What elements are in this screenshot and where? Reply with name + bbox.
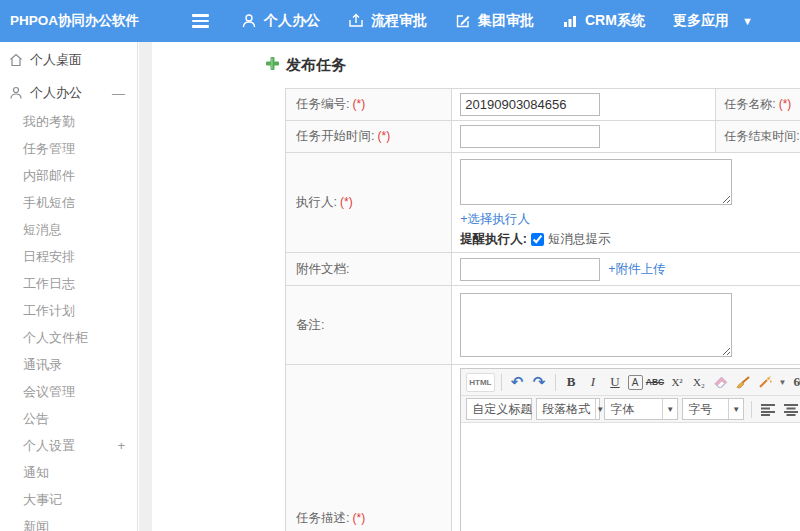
- top-nav: 个人办公 流程审批 集团审批 CRM系统 更多应用 ▼: [241, 12, 753, 30]
- nav-crm-system[interactable]: CRM系统: [562, 12, 645, 30]
- format-painter-brush-icon[interactable]: [734, 373, 753, 392]
- workflow-upload-icon: [348, 13, 364, 29]
- caret-down-icon: ▼: [662, 399, 677, 419]
- executor-label: 执行人:(*): [286, 153, 452, 253]
- editor-toolbar-row1: HTML ↶ ↷ B I U A ABC X² X₂: [461, 369, 800, 396]
- page-title: 发布任务: [286, 56, 346, 75]
- sidebar-item-work-plan[interactable]: 工作计划: [0, 297, 137, 324]
- superscript-button[interactable]: X²: [668, 373, 687, 392]
- task-no-label: 任务编号:(*): [286, 89, 452, 121]
- paragraph-format-select[interactable]: 段落格式▼: [536, 398, 600, 420]
- plus-icon: [265, 56, 280, 75]
- sidebar-item-milestones[interactable]: 大事记: [0, 486, 137, 513]
- attachment-upload-link[interactable]: +附件上传: [608, 261, 665, 278]
- nav-group-approval[interactable]: 集团审批: [455, 12, 534, 30]
- align-center-icon[interactable]: [782, 400, 800, 419]
- align-left-icon[interactable]: [759, 400, 778, 419]
- start-time-input[interactable]: [460, 125, 600, 148]
- sidebar-gutter: [139, 42, 152, 531]
- bold-button[interactable]: B: [562, 373, 581, 392]
- sidebar-item-task-management[interactable]: 任务管理: [0, 135, 137, 162]
- editor-content-area[interactable]: [461, 423, 800, 531]
- sidebar-item-internal-mail[interactable]: 内部邮件: [0, 162, 137, 189]
- remind-executor-label: 提醒执行人:: [460, 231, 527, 248]
- toolbar-separator: [751, 401, 752, 418]
- sidebar-item-news[interactable]: 新闻: [0, 513, 137, 531]
- expand-icon[interactable]: +: [117, 438, 125, 453]
- description-label: 任务描述:(*): [286, 365, 452, 531]
- top-header: PHPOA协同办公软件 个人办公 流程审批 集团审批 CRM系统: [0, 0, 800, 42]
- sidebar-item-meeting-management[interactable]: 会议管理: [0, 378, 137, 405]
- html-source-button[interactable]: HTML: [466, 373, 494, 392]
- sidebar-item-announcement[interactable]: 公告: [0, 405, 137, 432]
- task-no-input[interactable]: [460, 93, 600, 116]
- sidebar-item-mobile-sms[interactable]: 手机短信: [0, 189, 137, 216]
- font-family-select[interactable]: 字体▼: [604, 398, 678, 420]
- remove-format-eraser-icon[interactable]: [712, 373, 731, 392]
- toolbar-separator: [555, 374, 556, 391]
- caret-down-icon[interactable]: ▼: [779, 378, 787, 387]
- auto-typeset-wand-icon[interactable]: [756, 373, 775, 392]
- end-time-label: 任务结束时间:(*): [716, 121, 800, 153]
- remark-label: 备注:: [286, 286, 452, 365]
- choose-executor-link[interactable]: +选择执行人: [460, 211, 530, 228]
- char-border-button[interactable]: A: [628, 375, 643, 390]
- remark-textarea[interactable]: [460, 293, 732, 357]
- rich-text-editor: HTML ↶ ↷ B I U A ABC X² X₂: [460, 368, 800, 531]
- sidebar-item-personal-files[interactable]: 个人文件柜: [0, 324, 137, 351]
- task-name-label: 任务名称:(*): [716, 89, 800, 121]
- sidebar-item-schedule[interactable]: 日程安排: [0, 243, 137, 270]
- underline-button[interactable]: U: [606, 373, 625, 392]
- sidebar-item-personal-office[interactable]: 个人办公 —: [0, 78, 137, 108]
- sms-remind-option: 短消息提示: [548, 231, 611, 248]
- bar-chart-icon: [562, 13, 578, 29]
- redo-button[interactable]: ↷: [530, 373, 549, 392]
- main-content: 发布任务 任务编号:(*) 任务名称:(*) 任务开始时间:(*): [152, 42, 800, 531]
- italic-button[interactable]: I: [584, 373, 603, 392]
- app-logo: PHPOA协同办公软件: [0, 12, 140, 30]
- page-title-row: 发布任务: [265, 53, 346, 77]
- sidebar: 个人桌面 个人办公 — 我的考勤 任务管理 内部邮件 手机短信 短消息 日程安排…: [0, 42, 138, 531]
- subscript-button[interactable]: X₂: [690, 373, 709, 392]
- user-icon: [241, 13, 257, 29]
- font-size-select[interactable]: 字号▼: [682, 398, 744, 420]
- blockquote-button[interactable]: 66: [789, 373, 800, 392]
- publish-task-form: 任务编号:(*) 任务名称:(*) 任务开始时间:(*) 任务结束时间:(*): [285, 88, 800, 531]
- strikethrough-button[interactable]: ABC: [646, 373, 665, 392]
- sidebar-item-work-log[interactable]: 工作日志: [0, 270, 137, 297]
- nav-personal-office[interactable]: 个人办公: [241, 12, 320, 30]
- caret-down-icon: ▼: [742, 15, 753, 27]
- nav-more-apps[interactable]: 更多应用 ▼: [673, 12, 753, 30]
- sidebar-item-notice[interactable]: 通知: [0, 459, 137, 486]
- edit-approve-icon: [455, 13, 471, 29]
- hamburger-icon[interactable]: [192, 14, 209, 28]
- undo-button[interactable]: ↶: [508, 373, 527, 392]
- sidebar-item-my-attendance[interactable]: 我的考勤: [0, 108, 137, 135]
- sidebar-item-short-message[interactable]: 短消息: [0, 216, 137, 243]
- sms-remind-checkbox[interactable]: [531, 233, 544, 246]
- collapse-icon[interactable]: —: [112, 86, 125, 101]
- caret-down-icon: ▼: [728, 399, 743, 419]
- toolbar-separator: [501, 374, 502, 391]
- user-icon: [9, 86, 23, 100]
- sidebar-item-personal-desktop[interactable]: 个人桌面: [0, 45, 137, 75]
- heading-select[interactable]: 自定义标题▼: [466, 398, 532, 420]
- attachment-label: 附件文档:: [286, 253, 452, 286]
- home-icon: [9, 53, 23, 67]
- caret-down-icon: ▼: [595, 399, 604, 419]
- editor-toolbar-row2: 自定义标题▼ 段落格式▼ 字体▼ 字号▼: [461, 396, 800, 423]
- start-time-label: 任务开始时间:(*): [286, 121, 452, 153]
- attachment-input[interactable]: [460, 258, 600, 281]
- executor-textarea[interactable]: [460, 159, 732, 205]
- sidebar-item-contacts[interactable]: 通讯录: [0, 351, 137, 378]
- sidebar-item-personal-settings[interactable]: 个人设置 +: [0, 432, 137, 459]
- nav-workflow-approval[interactable]: 流程审批: [348, 12, 427, 30]
